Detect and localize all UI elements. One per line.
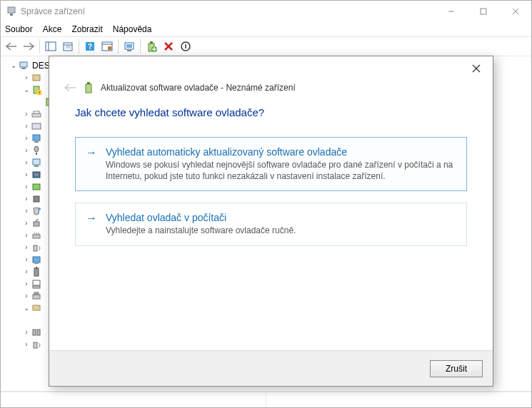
svg-rect-37 <box>32 123 41 129</box>
svg-rect-28 <box>33 75 40 81</box>
statusbar <box>1 392 531 407</box>
svg-rect-18 <box>126 44 132 48</box>
svg-rect-35 <box>32 113 41 117</box>
svg-rect-16 <box>108 46 111 50</box>
computer-icon <box>18 60 29 71</box>
svg-rect-49 <box>34 222 39 226</box>
dialog-close-button[interactable] <box>464 59 488 78</box>
svg-rect-0 <box>8 7 15 13</box>
dialog-titlebar <box>49 56 493 81</box>
svg-rect-36 <box>34 111 39 113</box>
disable-button[interactable] <box>178 39 194 54</box>
option-title: Vyhledat ovladač v počítači <box>106 212 296 223</box>
app-icon <box>6 6 16 16</box>
svg-rect-50 <box>33 235 40 238</box>
window-title: Správce zařízení <box>21 6 435 16</box>
properties-button[interactable] <box>60 39 76 54</box>
option-browse-computer[interactable]: → Vyhledat ovladač v počítači Vyhledejte… <box>75 203 467 245</box>
update-driver-dialog: Aktualizovat software ovladače - Neznámé… <box>49 56 493 387</box>
action-button[interactable] <box>99 39 115 54</box>
svg-rect-59 <box>34 292 39 295</box>
svg-rect-58 <box>33 295 40 299</box>
svg-rect-1 <box>10 14 13 16</box>
dialog-footer: Zrušit <box>49 350 493 386</box>
svg-point-48 <box>38 208 41 210</box>
scan-hardware-button[interactable] <box>121 39 137 54</box>
uninstall-button[interactable] <box>161 39 176 54</box>
option-search-automatically[interactable]: → Vyhledat automaticky aktualizovaný sof… <box>75 137 467 191</box>
svg-rect-43 <box>34 165 39 167</box>
separator <box>118 39 119 53</box>
close-button[interactable] <box>499 1 531 22</box>
toolbar: ? <box>1 36 531 56</box>
svg-rect-55 <box>36 267 37 268</box>
svg-rect-66 <box>86 84 91 93</box>
arrow-right-icon: → <box>86 146 99 182</box>
menu-view[interactable]: Zobrazit <box>71 24 102 34</box>
menubar: Soubor Akce Zobrazit Nápověda <box>1 22 531 36</box>
option-desc: Windows se pokusí vyhledat nejnovější so… <box>106 159 456 182</box>
svg-rect-56 <box>33 280 40 285</box>
svg-rect-46 <box>33 184 40 190</box>
separator <box>79 39 79 53</box>
menu-action[interactable]: Akce <box>43 24 62 34</box>
collapse-icon[interactable]: ⌄ <box>9 61 18 69</box>
svg-rect-57 <box>33 286 40 288</box>
separator <box>140 39 141 53</box>
minimize-button[interactable] <box>435 1 467 22</box>
svg-rect-21 <box>150 41 153 44</box>
svg-rect-39 <box>34 141 39 143</box>
svg-rect-67 <box>87 82 90 84</box>
option-title: Vyhledat automaticky aktualizovaný softw… <box>106 146 456 158</box>
svg-rect-38 <box>33 135 40 141</box>
svg-rect-6 <box>46 42 56 51</box>
svg-rect-3 <box>481 9 486 14</box>
device-icon <box>84 82 94 93</box>
svg-rect-62 <box>37 330 40 335</box>
dialog-title: Aktualizovat software ovladače - Neznámé… <box>101 83 296 93</box>
svg-rect-45 <box>34 173 39 176</box>
svg-rect-54 <box>34 268 39 276</box>
titlebar: Správce zařízení <box>1 1 531 22</box>
separator <box>39 39 40 53</box>
svg-rect-52 <box>33 257 40 262</box>
svg-text:?: ? <box>88 43 92 51</box>
svg-rect-61 <box>33 330 36 335</box>
svg-rect-51 <box>34 245 37 251</box>
back-icon <box>64 83 76 93</box>
dialog-header: Aktualizovat software ovladače - Neznámé… <box>49 81 493 106</box>
svg-rect-41 <box>36 153 37 155</box>
cancel-button[interactable]: Zrušit <box>430 360 483 377</box>
dialog-body: Jak chcete vyhledat software ovladače? →… <box>49 106 493 350</box>
dialog-question: Jak chcete vyhledat software ovladače? <box>75 106 467 118</box>
svg-rect-26 <box>20 62 27 67</box>
svg-rect-60 <box>33 305 40 310</box>
menu-help[interactable]: Nápověda <box>113 24 152 34</box>
back-button[interactable] <box>4 39 19 54</box>
svg-rect-63 <box>34 342 37 348</box>
svg-rect-19 <box>127 50 131 51</box>
svg-rect-47 <box>34 196 39 202</box>
option-desc: Vyhledejte a nainstalujte software ovlad… <box>106 225 296 236</box>
show-hide-tree-button[interactable] <box>43 39 59 54</box>
arrow-right-icon: → <box>86 212 99 236</box>
maximize-button[interactable] <box>467 1 499 22</box>
svg-rect-27 <box>21 68 26 69</box>
forward-button[interactable] <box>21 39 36 54</box>
svg-rect-53 <box>34 263 39 264</box>
help-button[interactable]: ? <box>82 39 98 54</box>
menu-file[interactable]: Soubor <box>5 24 33 34</box>
update-driver-button[interactable] <box>144 39 159 54</box>
svg-point-40 <box>34 146 39 152</box>
svg-rect-42 <box>33 159 40 165</box>
